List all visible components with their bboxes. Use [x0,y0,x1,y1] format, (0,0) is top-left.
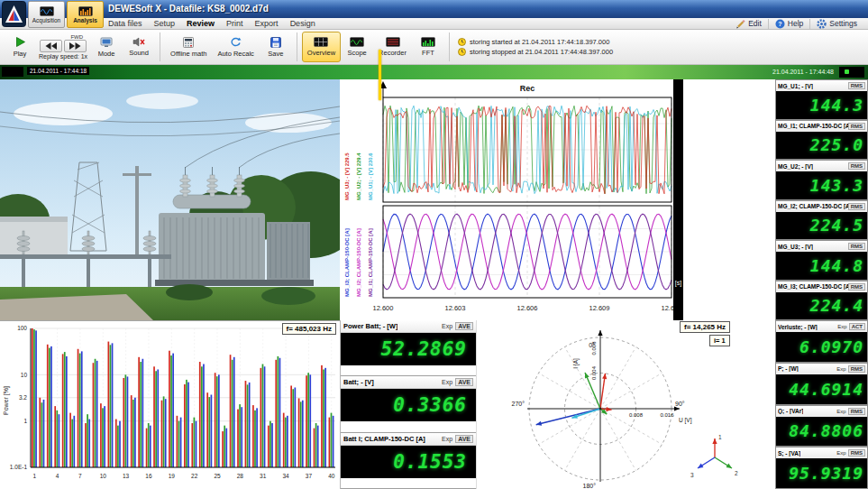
header-action-edit[interactable]: Edit [729,19,768,29]
meters-column-bottom: Verluste; - [W]ExpACT6.0970P; - [W]ExpRM… [775,320,868,489]
header-action-label: Edit [748,19,762,28]
clock-icon [458,38,466,46]
menu-item-print[interactable]: Print [226,19,243,28]
timeline-bar[interactable]: 21.04.2011 - 17:44:18 21.04.2011 - 17:44… [0,65,868,79]
meter-mode: RMS [848,203,865,210]
rec-chart[interactable]: Rec12.60012.60312.60612.60912.612 [340,79,775,320]
meter-mode: RMS [848,82,865,89]
rewind-button[interactable] [40,40,62,52]
svg-text:270°: 270° [512,401,525,407]
menu-item-review[interactable]: Review [187,19,215,28]
header-actions: Edit?HelpSettings [729,19,868,29]
timeline-logo-chip [2,67,23,77]
mode-tab-analysis[interactable]: Analysis [67,1,104,28]
save-label: Save [268,50,283,58]
meter-mg-i1-clamp-150-dc-a[interactable]: MG_I1; CLAMP-150-DC [A]RMS225.0 [775,120,868,161]
play-button[interactable]: Play [4,32,36,62]
meter-s-va[interactable]: S; - [VA]ExpRMS95.9319 [775,447,868,489]
menu-item-design[interactable]: Design [290,19,315,28]
meter-value: 143.3 [810,176,863,195]
offline-math-button[interactable]: Offline math [165,32,212,62]
svg-text:0.016: 0.016 [660,412,674,418]
meter-mg-u1-v[interactable]: MG_U1; - [V]RMS144.3 [775,79,868,120]
substation-photo-widget[interactable] [0,79,340,320]
meter-mg-u3-v[interactable]: MG_U3; - [V]RMS144.8 [775,240,868,281]
menu-bar: Data filesSetupReviewPrintExportDesign E… [0,18,868,30]
mode-button[interactable]: Mode [90,32,123,62]
meter-mode: ACT [849,323,865,330]
rewind-icon [44,42,58,51]
recalc-icon [230,37,242,48]
display-name: Batt; - [V] [343,378,374,386]
svg-text:0.008: 0.008 [591,341,597,355]
save-icon [270,37,281,48]
meter-mg-u2-v[interactable]: MG_U2; - [V]RMS143.3 [775,160,868,200]
meter-name: MG_U3; - [V] [778,244,813,250]
display-batt-v[interactable]: Batt; - [V]ExpAVE0.3366 [341,376,476,432]
meter-mg-i2-clamp-150-dc-a[interactable]: MG_I2; CLAMP-150-DC [A]RMS224.5 [775,200,868,241]
rec-chart-widget[interactable]: Rec12.60012.60312.60612.60912.612 [s] MG… [340,79,775,320]
mode-tab-acquisition[interactable]: Acquisition [28,1,65,28]
playback-cursor[interactable] [379,50,381,100]
svg-text:0.004: 0.004 [591,365,597,380]
svg-text:25: 25 [214,473,221,479]
header-action-settings[interactable]: Settings [809,19,863,29]
svg-text:100: 100 [17,325,27,331]
dewesoft-logo-icon [2,1,26,27]
save-button[interactable]: Save [260,32,292,62]
svg-text:3: 3 [690,472,694,478]
rec-voltage-axis-label: MG_U1; - [V] 230.6 [368,152,374,200]
gear-icon [817,19,827,29]
offline-math-label: Offline math [170,50,206,58]
meter-mode: Exp [837,324,846,329]
auto-recalc-button[interactable]: Auto Recalc [212,32,259,62]
meter-mg-i3-clamp-150-dc-a[interactable]: MG_I3; CLAMP-150-DC [A]RMS224.4 [775,281,868,321]
meter-name: MG_U1; - [V] [778,83,813,89]
meter-verluste-w[interactable]: Verluste; - [W]ExpACT6.0970 [775,320,868,363]
fast-forward-button[interactable] [64,40,87,52]
display-power-batt-w[interactable]: Power Batt; - [W]ExpAVE52.2869 [341,320,476,376]
meter-value: 84.8806 [789,421,863,440]
svg-text:2: 2 [735,470,738,476]
svg-text:40: 40 [328,473,335,479]
svg-text:10: 10 [21,372,28,378]
analysis-screen-icon [78,6,93,16]
calculator-icon [183,37,194,48]
menu-item-setup[interactable]: Setup [154,19,176,28]
fft-screen-icon [421,37,435,47]
mode-label: Mode [98,50,115,58]
display-mode: AVE [455,378,473,386]
storing-line: storing started at 21.04.2011 17:44:18.3… [458,38,613,46]
acquisition-screen-icon [40,6,54,16]
display-name: Power Batt; - [W] [343,322,397,330]
svg-text:12.600: 12.600 [373,304,394,312]
meter-value: 225.0 [810,135,863,154]
harmonics-chart[interactable]: 100103.211.0E-1Power [%]1471013161922252… [0,321,340,489]
view-button-scope[interactable]: Scope [341,32,373,62]
mode-tabs: AcquisitionAnalysis [28,1,104,28]
display-value: 0.1553 [393,451,467,473]
vectorscope-widget[interactable]: 0°90°180°270°0.0080.016U [V]0.0040.008I … [476,320,775,489]
meter-q-var[interactable]: Q; - [VAr]ExpRMS84.8806 [775,405,868,447]
meter-p-w[interactable]: P; - [W]ExpRMS44.6914 [775,363,868,405]
meter-name: P; - [W] [778,365,799,372]
meter-mode: RMS [848,365,865,373]
sound-button[interactable]: Sound [123,32,155,62]
view-button-overview[interactable]: Overview [302,32,341,62]
menu-item-export[interactable]: Export [255,19,279,28]
vectorscope-frequency-readout: f= 14,265 Hz [680,321,730,333]
header-action-help[interactable]: ?Help [768,19,809,29]
svg-text:3.2: 3.2 [19,394,27,401]
header-action-label: Help [788,19,803,28]
view-button-fft[interactable]: FFT [412,32,444,62]
meter-value: 95.9319 [789,464,863,483]
svg-text:7: 7 [78,473,82,479]
display-batt-i-clamp-150-dc-a[interactable]: Batt I; CLAMP-150-DC [A]ExpAVE0.1553 [341,433,476,489]
meter-name: Verluste; - [W] [778,324,818,330]
harmonics-chart-widget[interactable]: 100103.211.0E-1Power [%]1471013161922252… [0,320,340,489]
meter-name: MG_U2; - [V] [778,163,813,170]
meter-mode: RMS [848,449,865,457]
meter-name: Q; - [VAr] [778,408,803,414]
menu-item-data-files[interactable]: Data files [108,19,142,28]
view-button-label: FFT [422,49,434,57]
